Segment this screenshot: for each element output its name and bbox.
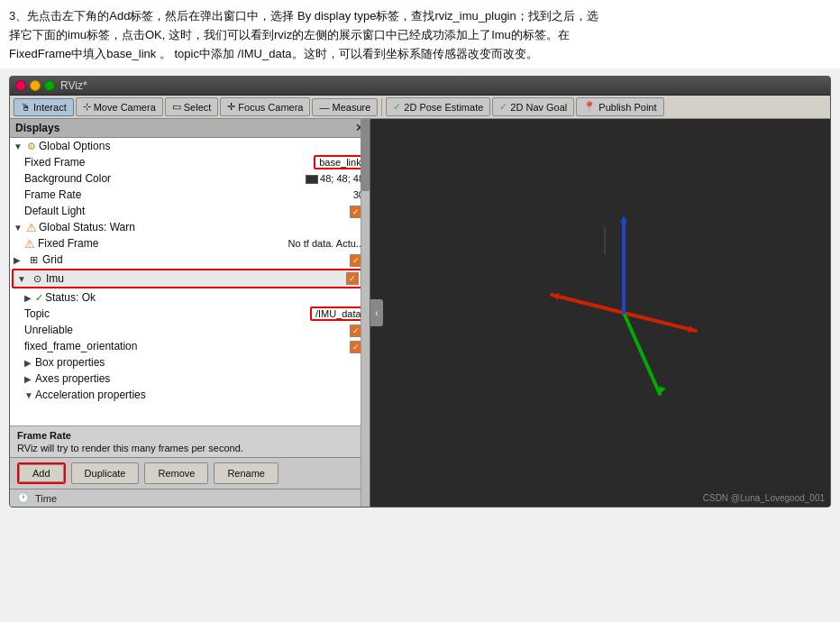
rename-button[interactable]: Rename xyxy=(214,462,278,484)
fixed-frame-warn-icon: ⚠ xyxy=(24,237,35,251)
global-status-label: Global Status: Warn xyxy=(39,221,370,233)
svg-line-16 xyxy=(624,313,660,394)
tree-item-status-ok[interactable]: ▶ ✓ Status: Ok xyxy=(10,289,370,306)
tree-item-imu[interactable]: ▼ ⊙ Imu xyxy=(14,270,366,287)
warn-icon: ⚠ xyxy=(24,221,39,233)
measure-button[interactable]: ― Measure xyxy=(312,98,378,116)
nav-goal-icon: ✓ xyxy=(499,101,507,113)
tree-item-frame-rate[interactable]: Frame Rate 30 xyxy=(10,187,370,203)
time-label: Time xyxy=(35,493,57,504)
duplicate-button[interactable]: Duplicate xyxy=(71,462,140,484)
tree-item-topic[interactable]: Topic /IMU_data xyxy=(10,306,370,322)
fixed-frame-label: Fixed Frame xyxy=(24,156,314,169)
text-line-1: 3、先点击左下角的Add标签，然后在弹出窗口中，选择 By display ty… xyxy=(9,7,831,26)
status-ok-arrow: ▶ xyxy=(24,293,35,303)
info-box: Frame Rate RViz will try to render this … xyxy=(10,425,370,457)
tree-item-fixed-frame[interactable]: Fixed Frame base_link xyxy=(10,154,370,170)
fixed-frame-warn-value: No tf data. Actu... xyxy=(288,238,370,249)
publish-point-button[interactable]: 📍 Publish Point xyxy=(576,97,663,116)
move-camera-icon: ⊹ xyxy=(83,101,91,113)
main-area: Displays ✕ ▼ ⚙ Global Options Fixed Fram… xyxy=(10,119,830,507)
add-button-highlight: Add xyxy=(17,462,66,484)
info-box-title: Frame Rate xyxy=(17,430,362,441)
nav-goal-button[interactable]: ✓ 2D Nav Goal xyxy=(492,97,574,116)
imu-checkbox[interactable] xyxy=(346,272,359,285)
close-button[interactable] xyxy=(15,80,26,91)
scroll-thumb[interactable] xyxy=(361,119,370,191)
toolbar: 🖱 Interact ⊹ Move Camera ▭ Select ✛ Focu… xyxy=(10,96,830,119)
info-box-body: RViz will try to render this many frames… xyxy=(17,443,362,453)
background-color-label: Background Color xyxy=(24,172,306,185)
minimize-button[interactable] xyxy=(30,80,41,91)
text-block: 3、先点击左下角的Add标签，然后在弹出窗口中，选择 By display ty… xyxy=(0,0,840,69)
select-button[interactable]: ▭ Select xyxy=(165,97,219,116)
publish-point-icon: 📍 xyxy=(583,101,596,113)
title-bar: RViz* xyxy=(10,77,830,96)
clock-icon: 🕐 xyxy=(17,492,30,504)
window-title: RViz* xyxy=(60,79,87,92)
tree-item-accel-props[interactable]: ▼ Acceleration properties xyxy=(10,387,370,403)
box-props-label: Box properties xyxy=(35,356,370,369)
left-panel: Displays ✕ ▼ ⚙ Global Options Fixed Fram… xyxy=(10,119,370,507)
ok-icon: ✓ xyxy=(35,292,43,304)
measure-icon: ― xyxy=(319,102,329,113)
fixed-frame-orientation-label: fixed_frame_orientation xyxy=(24,340,350,352)
imu-icon: ⊙ xyxy=(30,272,44,285)
displays-header: Displays ✕ xyxy=(10,119,370,138)
grid-icon: ⊞ xyxy=(26,253,41,266)
maximize-button[interactable] xyxy=(44,80,55,91)
add-button[interactable]: Add xyxy=(19,464,64,482)
frame-rate-label: Frame Rate xyxy=(24,188,353,201)
svg-line-12 xyxy=(624,313,696,331)
axes-visualization xyxy=(525,214,723,412)
pose-estimate-button[interactable]: ✓ 2D Pose Estimate xyxy=(386,97,490,116)
global-status-arrow: ▼ xyxy=(14,223,24,233)
focus-camera-button[interactable]: ✛ Focus Camera xyxy=(220,97,310,116)
tree-item-unreliable[interactable]: Unreliable xyxy=(10,322,370,338)
imu-highlight-container: ▼ ⊙ Imu xyxy=(12,269,368,288)
tree-item-global-status[interactable]: ▼ ⚠ Global Status: Warn xyxy=(10,219,370,235)
grid-arrow: ▶ xyxy=(14,255,24,265)
fixed-frame-warn-label: Fixed Frame xyxy=(38,237,98,250)
color-swatch xyxy=(306,175,318,184)
rviz-window: RViz* 🖱 Interact ⊹ Move Camera ▭ Select … xyxy=(9,76,831,508)
accel-props-label: Acceleration properties xyxy=(35,389,370,401)
svg-marker-19 xyxy=(620,215,627,223)
panel-collapse-button[interactable]: ‹ xyxy=(370,299,383,326)
move-camera-button[interactable]: ⊹ Move Camera xyxy=(76,97,163,116)
tree-item-box-props[interactable]: ▶ Box properties xyxy=(10,354,370,370)
tree-item-background-color[interactable]: Background Color 48; 48; 48 xyxy=(10,170,370,187)
time-bar: 🕐 Time xyxy=(10,489,370,507)
text-line-3: FixedFrame中填入base_link 。 topic中添加 /IMU_d… xyxy=(9,45,831,64)
global-options-label: Global Options xyxy=(39,140,370,152)
interact-button[interactable]: 🖱 Interact xyxy=(14,98,74,116)
svg-line-14 xyxy=(552,295,624,313)
expand-arrow: ▼ xyxy=(14,142,24,151)
topic-value[interactable]: /IMU_data xyxy=(310,306,367,321)
window-controls xyxy=(15,80,55,91)
bottom-buttons: Add Duplicate Remove Rename xyxy=(10,457,370,489)
scroll-handle[interactable] xyxy=(361,119,370,507)
status-ok-label: Status: Ok xyxy=(45,291,370,304)
imu-arrow: ▼ xyxy=(17,274,28,284)
text-line-2: 择它下面的imu标签，点击OK, 这时，我们可以看到rviz的左侧的展示窗口中已… xyxy=(9,26,831,45)
default-light-label: Default Light xyxy=(24,205,350,217)
remove-button[interactable]: Remove xyxy=(144,462,208,484)
focus-camera-icon: ✛ xyxy=(227,101,235,113)
tree-item-fixed-frame-warn[interactable]: ⚠ Fixed Frame No tf data. Actu... xyxy=(10,235,370,252)
topic-label: Topic xyxy=(24,307,310,320)
tree-item-grid[interactable]: ▶ ⊞ Grid xyxy=(10,252,370,268)
grid-label: Grid xyxy=(42,253,63,266)
pose-estimate-icon: ✓ xyxy=(393,101,401,113)
tree-item-axes-props[interactable]: ▶ Axes properties xyxy=(10,370,370,387)
viewport[interactable]: ‹ xyxy=(370,119,830,507)
fixed-frame-value[interactable]: base_link xyxy=(314,155,366,169)
accel-props-arrow: ▼ xyxy=(24,390,35,400)
select-icon: ▭ xyxy=(172,101,181,113)
tree-item-default-light[interactable]: Default Light xyxy=(10,203,370,219)
axes-props-arrow: ▶ xyxy=(24,374,35,384)
box-props-arrow: ▶ xyxy=(24,358,35,368)
separator-1 xyxy=(381,98,382,116)
tree-item-global-options[interactable]: ▼ ⚙ Global Options xyxy=(10,138,370,154)
tree-item-fixed-frame-orientation[interactable]: fixed_frame_orientation xyxy=(10,338,370,354)
